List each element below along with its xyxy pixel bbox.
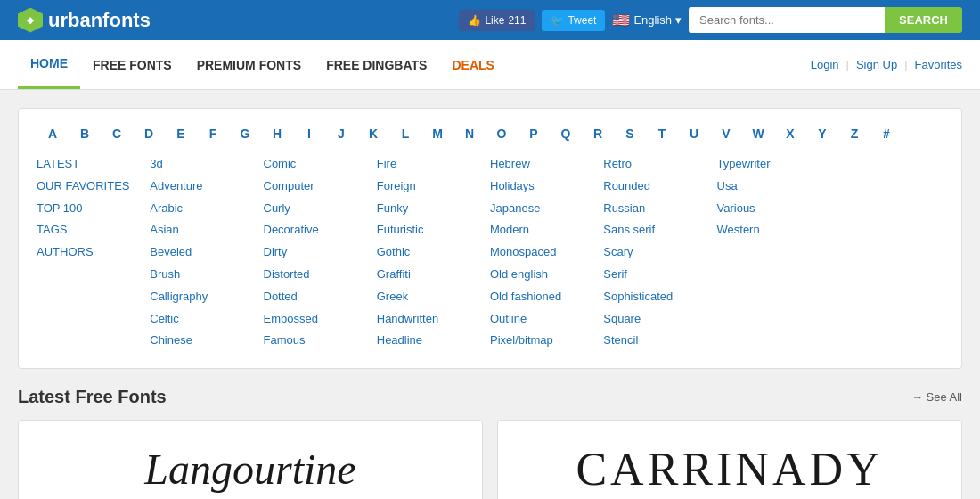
font-card-2[interactable]: CARRINADY <box>497 420 962 499</box>
cat-link-headline[interactable]: Headline <box>377 331 490 350</box>
cat-link-old-english[interactable]: Old english <box>490 266 603 284</box>
cat-link-handwritten[interactable]: Handwritten <box>377 310 490 329</box>
alpha-letter-a[interactable]: A <box>37 127 69 141</box>
alpha-letter-y[interactable]: Y <box>806 127 838 141</box>
see-all-link[interactable]: → See All <box>911 390 962 404</box>
nav-premium-fonts[interactable]: PREMIUM FONTS <box>184 42 314 88</box>
alpha-letter-r[interactable]: R <box>582 127 614 141</box>
cat-link-monospaced[interactable]: Monospaced <box>490 243 603 262</box>
nav-home[interactable]: HOME <box>18 40 80 89</box>
nav-free-fonts[interactable]: FREE FONTS <box>80 42 184 88</box>
favorites-link[interactable]: Favorites <box>915 58 962 71</box>
alpha-letter-w[interactable]: W <box>742 127 774 141</box>
cat-link-pixel/bitmap[interactable]: Pixel/bitmap <box>490 331 603 350</box>
cat-link-graffiti[interactable]: Graffiti <box>377 266 490 284</box>
cat-link-latest[interactable]: LATEST <box>37 155 150 174</box>
cat-link-western[interactable]: Western <box>717 221 830 240</box>
nav-deals[interactable]: DEALS <box>439 42 506 88</box>
alpha-letter-h[interactable]: H <box>261 127 293 141</box>
cat-link-fire[interactable]: Fire <box>377 155 490 174</box>
alpha-letter-u[interactable]: U <box>678 127 710 141</box>
alpha-letter-m[interactable]: M <box>421 127 453 141</box>
alpha-letter-l[interactable]: L <box>389 127 421 141</box>
cat-link-square[interactable]: Square <box>603 310 716 329</box>
cat-link-stencil[interactable]: Stencil <box>603 331 716 350</box>
cat-link-retro[interactable]: Retro <box>603 155 716 174</box>
cat-link-modern[interactable]: Modern <box>490 221 603 240</box>
cat-link-beveled[interactable]: Beveled <box>150 243 263 262</box>
cat-link-dotted[interactable]: Dotted <box>264 288 377 307</box>
cat-link-usa[interactable]: Usa <box>717 177 830 196</box>
cat-link-famous[interactable]: Famous <box>264 331 377 350</box>
alpha-letter-d[interactable]: D <box>133 127 165 141</box>
cat-link-tags[interactable]: TAGS <box>37 221 150 240</box>
cat-link-3d[interactable]: 3d <box>150 155 263 174</box>
cat-link-calligraphy[interactable]: Calligraphy <box>150 288 263 307</box>
cat-link-futuristic[interactable]: Futuristic <box>377 221 490 240</box>
alpha-letter-k[interactable]: K <box>357 127 389 141</box>
cat-link-brush[interactable]: Brush <box>150 266 263 284</box>
cat-link-scary[interactable]: Scary <box>603 243 716 262</box>
alpha-letter-b[interactable]: B <box>69 127 101 141</box>
alpha-letter-c[interactable]: C <box>101 127 133 141</box>
logo-text[interactable]: urbanfonts <box>48 9 151 32</box>
cat-link-typewriter[interactable]: Typewriter <box>717 155 830 174</box>
cat-link-various[interactable]: Various <box>717 200 830 218</box>
tweet-button[interactable]: 🐦 Tweet <box>542 10 605 31</box>
like-button[interactable]: 👍 Like 211 <box>459 10 535 31</box>
cat-link-japanese[interactable]: Japanese <box>490 200 603 218</box>
alpha-letter-z[interactable]: Z <box>838 127 870 141</box>
cat-link-chinese[interactable]: Chinese <box>150 331 263 350</box>
alpha-letter-p[interactable]: P <box>518 127 550 141</box>
alpha-letter-g[interactable]: G <box>229 127 261 141</box>
cat-link-serif[interactable]: Serif <box>603 266 716 284</box>
cat-link-our-favorites[interactable]: OUR FAVORITES <box>37 177 150 196</box>
cat-link-holidays[interactable]: Holidays <box>490 177 603 196</box>
cat-link-arabic[interactable]: Arabic <box>150 200 263 218</box>
font-card-1[interactable]: Langourtine <box>18 420 483 499</box>
cat-link-funky[interactable]: Funky <box>377 200 490 218</box>
nav-free-dingbats[interactable]: FREE DINGBATS <box>314 42 439 88</box>
login-link[interactable]: Login <box>811 58 839 71</box>
cat-col-6: TypewriterUsaVariousWestern <box>717 155 830 350</box>
cat-link-embossed[interactable]: Embossed <box>264 310 377 329</box>
cat-link-rounded[interactable]: Rounded <box>603 177 716 196</box>
language-selector[interactable]: 🇺🇸 English ▾ <box>612 12 682 29</box>
cat-link-old-fashioned[interactable]: Old fashioned <box>490 288 603 307</box>
cat-link-outline[interactable]: Outline <box>490 310 603 329</box>
alpha-letter-#[interactable]: # <box>870 127 902 141</box>
alpha-letter-f[interactable]: F <box>197 127 229 141</box>
alpha-letter-v[interactable]: V <box>710 127 742 141</box>
alpha-letter-x[interactable]: X <box>774 127 806 141</box>
search-input[interactable] <box>689 7 885 33</box>
cat-link-authors[interactable]: AUTHORS <box>37 243 150 262</box>
alpha-letter-n[interactable]: N <box>453 127 486 141</box>
cat-link-russian[interactable]: Russian <box>603 200 716 218</box>
alpha-letter-q[interactable]: Q <box>550 127 582 141</box>
cat-link-asian[interactable]: Asian <box>150 221 263 240</box>
cat-link-decorative[interactable]: Decorative <box>264 221 377 240</box>
alpha-letter-o[interactable]: O <box>486 127 518 141</box>
cat-link-greek[interactable]: Greek <box>377 288 490 307</box>
like-count: 211 <box>508 14 526 27</box>
alpha-letter-e[interactable]: E <box>165 127 197 141</box>
search-button[interactable]: SEARCH <box>885 7 962 33</box>
alpha-letter-s[interactable]: S <box>614 127 646 141</box>
cat-link-distorted[interactable]: Distorted <box>264 266 377 284</box>
signup-link[interactable]: Sign Up <box>856 58 897 71</box>
cat-link-computer[interactable]: Computer <box>264 177 377 196</box>
cat-link-dirty[interactable]: Dirty <box>264 243 377 262</box>
alpha-letter-i[interactable]: I <box>293 127 325 141</box>
cat-link-gothic[interactable]: Gothic <box>377 243 490 262</box>
cat-link-celtic[interactable]: Celtic <box>150 310 263 329</box>
alpha-letter-t[interactable]: T <box>646 127 678 141</box>
cat-link-top-100[interactable]: TOP 100 <box>37 200 150 218</box>
cat-link-foreign[interactable]: Foreign <box>377 177 490 196</box>
alpha-letter-j[interactable]: J <box>325 127 357 141</box>
cat-link-comic[interactable]: Comic <box>264 155 377 174</box>
cat-link-hebrew[interactable]: Hebrew <box>490 155 603 174</box>
cat-link-sans-serif[interactable]: Sans serif <box>603 221 716 240</box>
cat-link-sophisticated[interactable]: Sophisticated <box>603 288 716 307</box>
cat-link-curly[interactable]: Curly <box>264 200 377 218</box>
cat-link-adventure[interactable]: Adventure <box>150 177 263 196</box>
